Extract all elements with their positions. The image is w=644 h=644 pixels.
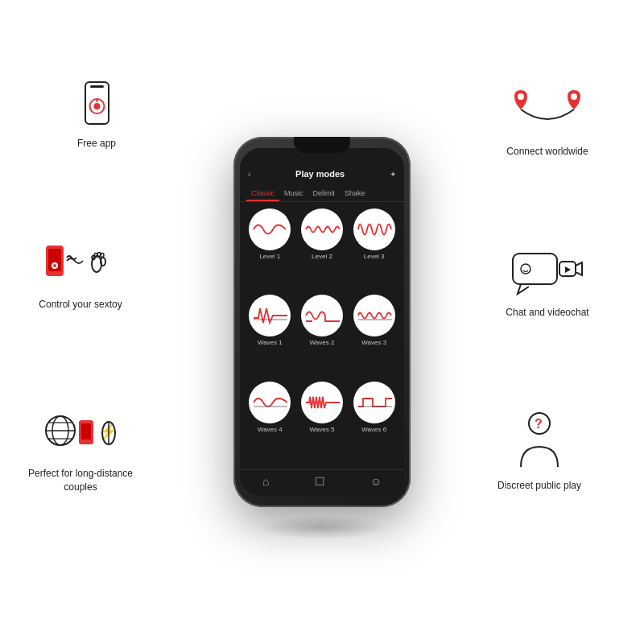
feature-free-app: Free app: [40, 80, 153, 151]
svg-rect-21: [81, 423, 91, 440]
svg-text:?: ?: [535, 417, 543, 431]
mode-circle-level1[interactable]: [249, 208, 291, 250]
screen-content: ‹ Play modes ✦ Classic Music Delimit Sha…: [240, 148, 404, 496]
free-app-icon: [79, 80, 115, 132]
mode-waves2[interactable]: Waves 2: [299, 295, 346, 376]
svg-point-14: [101, 254, 104, 258]
mode-label-level3: Level 3: [364, 253, 385, 260]
tab-shake[interactable]: Shake: [340, 187, 370, 201]
svg-point-26: [571, 93, 577, 100]
svg-rect-27: [513, 254, 557, 284]
mode-label-waves5: Waves 5: [310, 426, 335, 433]
phone-reflection: [258, 515, 386, 539]
mode-circle-level3[interactable]: [353, 208, 395, 250]
feature-chat: Chat and videochat: [491, 250, 604, 320]
tab-music[interactable]: Music: [279, 187, 308, 201]
mode-label-waves3: Waves 3: [361, 339, 386, 346]
phone-notch: [294, 137, 350, 153]
worldwide-icon: [511, 89, 584, 140]
feature-discreet: ? Discreet public play: [483, 411, 596, 493]
mode-circle-waves4[interactable]: [249, 382, 291, 423]
mode-label-waves6: Waves 6: [361, 426, 386, 433]
feature-worldwide: Connect worldwide: [491, 89, 604, 159]
discreet-label: Discreet public play: [497, 479, 581, 493]
mode-level2[interactable]: Level 2: [299, 208, 346, 290]
control-icon: [44, 242, 117, 293]
mode-waves6[interactable]: Waves 6: [350, 382, 398, 463]
tab-classic[interactable]: Classic: [246, 187, 279, 201]
mode-label-level1: Level 1: [259, 253, 280, 260]
main-scene: Free app Control your s: [0, 0, 644, 644]
mode-circle-waves5[interactable]: [301, 382, 343, 423]
mode-level3[interactable]: Level 3: [350, 208, 398, 290]
phone-device: ‹ Play modes ✦ Classic Music Delimit Sha…: [233, 137, 411, 507]
tab-delimit[interactable]: Delimit: [308, 187, 341, 201]
nav-profile[interactable]: ☺: [370, 475, 382, 488]
control-label: Control your sextoy: [39, 298, 122, 312]
svg-point-10: [101, 258, 105, 266]
svg-rect-1: [90, 85, 104, 88]
chat-label: Chat and videochat: [506, 306, 588, 320]
nav-home[interactable]: ⌂: [262, 475, 269, 488]
mode-waves4[interactable]: Waves 4: [246, 382, 294, 463]
mode-level1[interactable]: Level 1: [246, 208, 294, 290]
feature-control: Control your sextoy: [24, 242, 137, 312]
longdist-icon: ⚡: [40, 402, 121, 462]
discreet-icon: ?: [511, 411, 568, 474]
free-app-label: Free app: [77, 137, 116, 151]
screen-header: ‹ Play modes ✦: [240, 148, 404, 184]
screen-nav: ⌂ ☐ ☺: [240, 469, 404, 496]
mode-label-waves4: Waves 4: [258, 426, 283, 433]
longdist-label: Perfect for long-distance couples: [24, 467, 137, 494]
mode-label-waves2: Waves 2: [310, 339, 335, 346]
mode-label-waves1: Waves 1: [258, 339, 283, 346]
svg-point-3: [93, 103, 100, 109]
svg-point-8: [53, 264, 56, 267]
mode-label-level2: Level 2: [312, 253, 332, 260]
svg-point-25: [518, 93, 524, 100]
tabs-row: Classic Music Delimit Shake: [240, 184, 404, 202]
mode-circle-waves3[interactable]: [353, 295, 395, 336]
phone-body: ‹ Play modes ✦ Classic Music Delimit Sha…: [233, 137, 411, 507]
mode-circle-waves6[interactable]: [353, 382, 395, 423]
modes-grid: Level 1 Level 2: [240, 202, 404, 469]
screen-title: Play modes: [250, 169, 390, 179]
mode-circle-level2[interactable]: [301, 208, 343, 250]
nav-chat[interactable]: ☐: [315, 475, 325, 488]
bluetooth-icon: ✦: [390, 170, 396, 179]
worldwide-label: Connect worldwide: [506, 145, 588, 159]
mode-circle-waves1[interactable]: [249, 295, 291, 336]
mode-waves1[interactable]: Waves 1: [246, 295, 294, 376]
mode-waves5[interactable]: Waves 5: [299, 382, 346, 463]
mode-circle-waves2[interactable]: [301, 295, 343, 336]
phone-screen: ‹ Play modes ✦ Classic Music Delimit Sha…: [240, 148, 404, 496]
svg-point-28: [521, 264, 530, 274]
feature-longdist: ⚡ Perfect for long-distance couples: [24, 402, 137, 494]
mode-waves3[interactable]: Waves 3: [350, 295, 398, 376]
chat-icon: [511, 250, 584, 301]
svg-point-9: [92, 256, 101, 272]
